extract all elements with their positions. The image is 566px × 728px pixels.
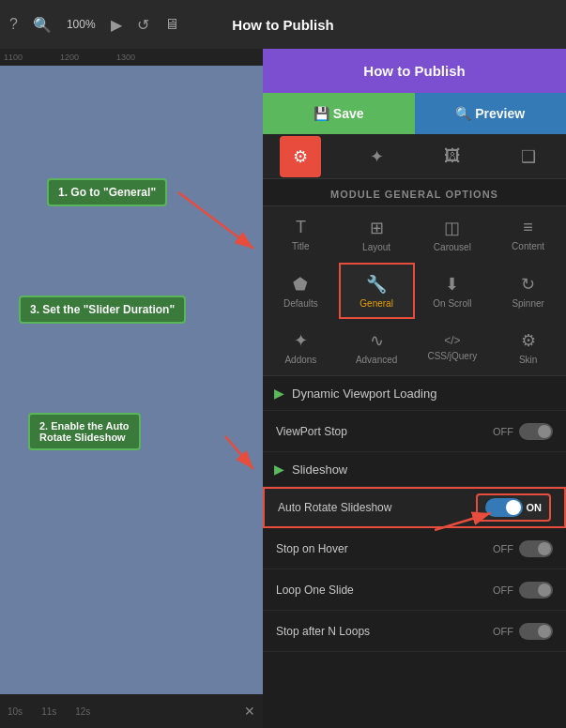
nav-skin-label: Skin (519, 355, 537, 365)
nav-defaults-label: Defaults (283, 298, 318, 309)
arrows-overlay (0, 66, 263, 728)
loop-one-slide-row: Loop One Slide OFF (263, 569, 566, 611)
viewport-stop-row: ViewPort Stop OFF (263, 411, 566, 452)
general-icon: 🔧 (366, 274, 387, 295)
advanced-icon: ∿ (370, 330, 384, 351)
stop-after-n-loops-row: Stop after N Loops OFF (263, 611, 566, 652)
zoom-level: 100% (67, 18, 96, 31)
auto-rotate-row: Auto Rotate Slideshow ON (263, 487, 566, 528)
stop-after-n-loops-off-label: OFF (493, 626, 513, 637)
nav-content-label: Content (512, 241, 544, 251)
tab-layers[interactable]: ❑ (508, 136, 549, 177)
loop-one-slide-off-label: OFF (493, 584, 513, 596)
nav-defaults[interactable]: ⬟ Defaults (263, 263, 339, 319)
stop-after-n-loops-toggle[interactable]: OFF (493, 623, 553, 640)
tab-settings[interactable]: ⚙ (280, 136, 321, 177)
annotation-3: 3. Set the "Slider Duration" (19, 296, 186, 324)
viewport-stop-toggle[interactable]: OFF (493, 423, 553, 440)
nav-spinner-label: Spinner (512, 298, 543, 309)
spinner-icon: ↻ (521, 274, 535, 295)
tab-icons-row: ⚙ ✦ 🖼 ❑ (263, 134, 566, 179)
nav-general-label: General (359, 298, 393, 309)
zoom-icon[interactable]: 🔍 (33, 16, 52, 34)
settings-content: ▶ Dynamic Viewport Loading ViewPort Stop… (263, 376, 566, 728)
defaults-icon: ⬟ (293, 274, 308, 295)
action-bar: 💾 Save 🔍 Preview (263, 93, 566, 134)
auto-rotate-toggle[interactable]: ON (476, 493, 552, 522)
viewport-stop-off-label: OFF (493, 426, 513, 437)
auto-rotate-on-label: ON (527, 502, 543, 513)
nav-general[interactable]: 🔧 General (339, 263, 415, 319)
stop-on-hover-label: Stop on Hover (276, 542, 348, 555)
module-nav: T Title ⊞ Layout ◫ Carousel ≡ Content ⬟ … (263, 206, 566, 376)
monitor-icon[interactable]: 🖥 (164, 16, 179, 33)
loop-one-slide-label: Loop One Slide (276, 584, 354, 597)
stop-after-n-loops-circle (519, 623, 553, 640)
nav-skin[interactable]: ⚙ Skin (490, 319, 566, 375)
timeline-12s: 12s (75, 706, 90, 717)
nav-advanced[interactable]: ∿ Advanced (339, 319, 415, 375)
main-area: 1100 1200 1300 1. Go to "General" 3. Set… (0, 49, 566, 728)
loop-one-slide-toggle[interactable]: OFF (493, 582, 553, 599)
nav-advanced-label: Advanced (356, 355, 397, 365)
auto-rotate-label: Auto Rotate Slideshow (278, 501, 391, 514)
stop-after-n-loops-label: Stop after N Loops (276, 625, 370, 638)
top-toolbar: ? 🔍 100% ▶ ↺ 🖥 How to Publish (0, 0, 566, 49)
layout-icon: ⊞ (370, 218, 384, 238)
section-title: MODULE GENERAL OPTIONS (263, 179, 566, 206)
auto-rotate-switch (485, 498, 523, 517)
nav-cssjquery[interactable]: </> CSS/jQuery (415, 319, 491, 375)
tab-grid[interactable]: ✦ (356, 136, 397, 177)
viewport-stop-circle (519, 423, 553, 440)
title-icon: T (296, 218, 306, 237)
canvas-area: 1100 1200 1300 1. Go to "General" 3. Set… (0, 49, 263, 728)
annotation-2: 2. Enable the AutoRotate Slideshow (28, 413, 141, 450)
timeline: 10s 11s 12s ✕ (0, 694, 263, 728)
nav-addons[interactable]: ✦ Addons (263, 319, 339, 375)
onscroll-icon: ⬇ (445, 274, 459, 295)
nav-cssjquery-label: CSS/jQuery (427, 351, 477, 361)
nav-content[interactable]: ≡ Content (490, 206, 566, 263)
right-panel: How to Publish 💾 Save 🔍 Preview ⚙ ✦ 🖼 ❑ … (263, 49, 566, 728)
preview-button[interactable]: 🔍 Preview (415, 93, 567, 134)
undo-icon[interactable]: ↺ (137, 16, 149, 34)
ruler: 1100 1200 1300 (0, 49, 263, 66)
nav-carousel[interactable]: ◫ Carousel (415, 206, 491, 263)
tab-image[interactable]: 🖼 (432, 136, 473, 177)
svg-line-2 (225, 436, 253, 469)
nav-layout[interactable]: ⊞ Layout (339, 206, 415, 263)
stop-on-hover-toggle[interactable]: OFF (493, 540, 553, 557)
skin-icon: ⚙ (521, 330, 536, 351)
timeline-11s: 11s (41, 706, 56, 717)
slideshow-play-icon: ▶ (274, 462, 284, 477)
page-title: How to Publish (232, 17, 333, 33)
nav-title-label: Title (292, 241, 310, 251)
close-icon[interactable]: ✕ (244, 704, 255, 719)
viewport-stop-label: ViewPort Stop (276, 425, 347, 438)
panel-title: How to Publish (263, 63, 566, 79)
carousel-icon: ◫ (444, 218, 460, 238)
nav-onscroll[interactable]: ⬇ On Scroll (415, 263, 491, 319)
nav-spinner[interactable]: ↻ Spinner (490, 263, 566, 319)
stop-on-hover-circle (519, 540, 553, 557)
nav-onscroll-label: On Scroll (433, 298, 471, 309)
nav-carousel-label: Carousel (434, 242, 471, 252)
nav-layout-label: Layout (362, 242, 390, 252)
dynamic-viewport-header: ▶ Dynamic Viewport Loading (263, 376, 566, 411)
help-icon[interactable]: ? (9, 16, 18, 33)
panel-header: How to Publish (263, 49, 566, 93)
save-button[interactable]: 💾 Save (263, 93, 415, 134)
content-icon: ≡ (523, 218, 533, 237)
stop-on-hover-off-label: OFF (493, 543, 513, 554)
select-icon[interactable]: ▶ (111, 16, 122, 34)
annotation-1: 1. Go to "General" (47, 178, 167, 206)
dynamic-viewport-title: Dynamic Viewport Loading (292, 387, 436, 401)
loop-one-slide-circle (519, 582, 553, 599)
slideshow-title: Slideshow (292, 463, 347, 477)
canvas-content: 1. Go to "General" 3. Set the "Slider Du… (0, 66, 263, 728)
svg-line-1 (178, 192, 253, 249)
nav-title[interactable]: T Title (263, 206, 339, 263)
play-icon: ▶ (274, 386, 284, 401)
stop-on-hover-row: Stop on Hover OFF (263, 528, 566, 569)
timeline-10s: 10s (8, 706, 23, 717)
